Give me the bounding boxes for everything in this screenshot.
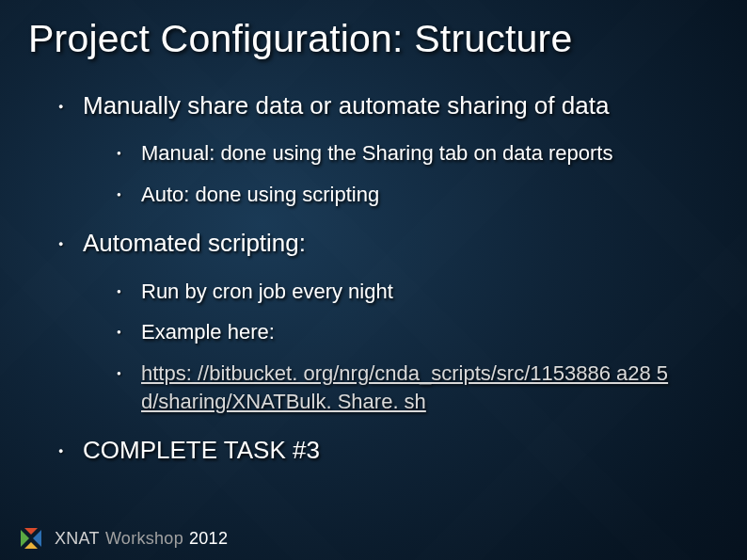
bullet-text: Manually share data or automate sharing …	[83, 91, 609, 120]
bullet-list-level2: Manual: done using the Sharing tab on da…	[83, 139, 719, 208]
bullet-complete-task: COMPLETE TASK #3	[58, 434, 719, 467]
bullet-auto-sub2: Example here:	[117, 318, 719, 346]
bullet-text: Manual: done using the Sharing tab on da…	[141, 141, 612, 165]
example-link[interactable]: https: //bitbucket. org/nrg/cnda_scripts…	[141, 361, 668, 413]
bullet-text: Automated scripting:	[83, 229, 306, 257]
bullet-text: COMPLETE TASK #3	[83, 436, 320, 464]
bullet-manual-sub2: Auto: done using scripting	[117, 181, 719, 209]
svg-marker-1	[33, 530, 41, 547]
bullet-manual-share: Manually share data or automate sharing …	[58, 89, 719, 208]
slide-content: Project Configuration: Structure Manuall…	[0, 0, 747, 560]
bullet-manual-sub1: Manual: done using the Sharing tab on da…	[117, 139, 719, 168]
svg-marker-0	[21, 530, 29, 547]
bullet-auto-sub1: Run by cron job every night	[117, 278, 719, 306]
svg-marker-3	[24, 542, 38, 549]
svg-marker-2	[24, 528, 38, 535]
footer-brand: XNATWorkshop2012	[55, 529, 228, 549]
bullet-auto-scripting: Automated scripting: Run by cron job eve…	[58, 227, 719, 415]
bullet-text: Example here:	[141, 320, 275, 344]
brand-workshop: Workshop	[105, 529, 183, 548]
footer: XNATWorkshop2012	[17, 526, 228, 551]
bullet-list-level1: Manually share data or automate sharing …	[28, 89, 719, 467]
bullet-text: Run by cron job every night	[141, 280, 393, 303]
bullet-text: Auto: done using scripting	[141, 183, 379, 206]
brand-name: XNAT	[55, 529, 100, 548]
slide-title: Project Configuration: Structure	[28, 17, 719, 61]
brand-year: 2012	[189, 529, 228, 548]
xnat-logo-icon	[17, 526, 45, 551]
bullet-auto-link: https: //bitbucket. org/nrg/cnda_scripts…	[117, 360, 719, 415]
bullet-list-level2: Run by cron job every night Example here…	[83, 278, 719, 416]
